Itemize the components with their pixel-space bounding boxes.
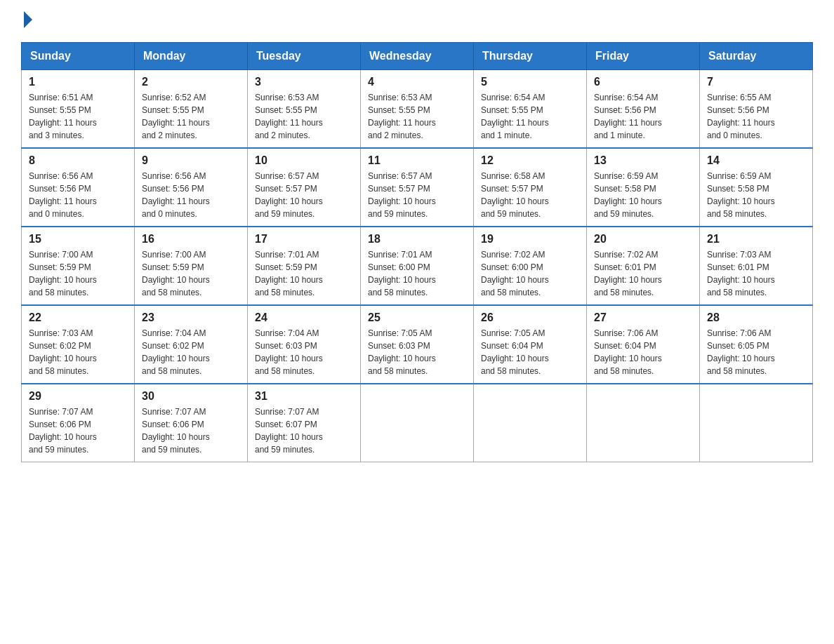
calendar-cell: 11Sunrise: 6:57 AMSunset: 5:57 PMDayligh… (361, 148, 474, 227)
calendar-cell: 19Sunrise: 7:02 AMSunset: 6:00 PMDayligh… (474, 227, 587, 305)
day-number: 25 (368, 311, 466, 324)
day-info: Sunrise: 6:58 AMSunset: 5:57 PMDaylight:… (481, 170, 579, 220)
calendar-cell: 20Sunrise: 7:02 AMSunset: 6:01 PMDayligh… (587, 227, 700, 305)
calendar-week-row: 22Sunrise: 7:03 AMSunset: 6:02 PMDayligh… (22, 305, 813, 384)
calendar-cell: 5Sunrise: 6:54 AMSunset: 5:55 PMDaylight… (474, 70, 587, 149)
day-info: Sunrise: 6:54 AMSunset: 5:55 PMDaylight:… (481, 91, 579, 142)
day-number: 26 (481, 311, 579, 324)
logo (21, 14, 32, 28)
day-number: 2 (142, 76, 240, 88)
calendar-header-thursday: Thursday (474, 43, 587, 70)
day-number: 15 (29, 233, 127, 246)
calendar-cell: 22Sunrise: 7:03 AMSunset: 6:02 PMDayligh… (22, 305, 135, 384)
day-info: Sunrise: 6:52 AMSunset: 5:55 PMDaylight:… (142, 91, 240, 142)
day-info: Sunrise: 6:56 AMSunset: 5:56 PMDaylight:… (142, 170, 240, 220)
calendar-cell: 24Sunrise: 7:04 AMSunset: 6:03 PMDayligh… (248, 305, 361, 384)
calendar-cell: 1Sunrise: 6:51 AMSunset: 5:55 PMDaylight… (22, 70, 135, 149)
calendar-week-row: 15Sunrise: 7:00 AMSunset: 5:59 PMDayligh… (22, 227, 813, 305)
day-number: 28 (707, 311, 805, 324)
day-number: 17 (255, 233, 353, 246)
calendar-week-row: 1Sunrise: 6:51 AMSunset: 5:55 PMDaylight… (22, 70, 813, 149)
day-number: 7 (707, 76, 805, 88)
day-number: 5 (481, 76, 579, 88)
calendar-cell: 10Sunrise: 6:57 AMSunset: 5:57 PMDayligh… (248, 148, 361, 227)
calendar-cell: 27Sunrise: 7:06 AMSunset: 6:04 PMDayligh… (587, 305, 700, 384)
day-info: Sunrise: 6:57 AMSunset: 5:57 PMDaylight:… (368, 170, 466, 220)
day-info: Sunrise: 6:59 AMSunset: 5:58 PMDaylight:… (594, 170, 692, 220)
calendar-cell: 2Sunrise: 6:52 AMSunset: 5:55 PMDaylight… (135, 70, 248, 149)
day-number: 8 (29, 154, 127, 167)
calendar-week-row: 8Sunrise: 6:56 AMSunset: 5:56 PMDaylight… (22, 148, 813, 227)
day-info: Sunrise: 6:57 AMSunset: 5:57 PMDaylight:… (255, 170, 353, 220)
logo-arrow-icon (24, 11, 32, 28)
calendar-cell: 4Sunrise: 6:53 AMSunset: 5:55 PMDaylight… (361, 70, 474, 149)
day-info: Sunrise: 6:53 AMSunset: 5:55 PMDaylight:… (368, 91, 466, 142)
day-info: Sunrise: 6:51 AMSunset: 5:55 PMDaylight:… (29, 91, 127, 142)
calendar-header-monday: Monday (135, 43, 248, 70)
day-number: 12 (481, 154, 579, 167)
calendar-cell: 16Sunrise: 7:00 AMSunset: 5:59 PMDayligh… (135, 227, 248, 305)
day-info: Sunrise: 7:05 AMSunset: 6:04 PMDaylight:… (481, 327, 579, 377)
day-info: Sunrise: 7:05 AMSunset: 6:03 PMDaylight:… (368, 327, 466, 377)
day-number: 10 (255, 154, 353, 167)
calendar-header-sunday: Sunday (22, 43, 135, 70)
calendar-header-row: SundayMondayTuesdayWednesdayThursdayFrid… (22, 43, 813, 70)
calendar-cell: 23Sunrise: 7:04 AMSunset: 6:02 PMDayligh… (135, 305, 248, 384)
day-info: Sunrise: 7:02 AMSunset: 6:01 PMDaylight:… (594, 248, 692, 299)
day-info: Sunrise: 6:59 AMSunset: 5:58 PMDaylight:… (707, 170, 805, 220)
calendar-cell: 28Sunrise: 7:06 AMSunset: 6:05 PMDayligh… (700, 305, 813, 384)
day-number: 22 (29, 311, 127, 324)
calendar-cell: 17Sunrise: 7:01 AMSunset: 5:59 PMDayligh… (248, 227, 361, 305)
calendar-table: SundayMondayTuesdayWednesdayThursdayFrid… (21, 42, 813, 462)
calendar-cell: 13Sunrise: 6:59 AMSunset: 5:58 PMDayligh… (587, 148, 700, 227)
calendar-cell: 7Sunrise: 6:55 AMSunset: 5:56 PMDaylight… (700, 70, 813, 149)
day-number: 31 (255, 390, 353, 403)
day-info: Sunrise: 7:04 AMSunset: 6:03 PMDaylight:… (255, 327, 353, 377)
day-number: 3 (255, 76, 353, 88)
calendar-cell: 26Sunrise: 7:05 AMSunset: 6:04 PMDayligh… (474, 305, 587, 384)
day-info: Sunrise: 7:00 AMSunset: 5:59 PMDaylight:… (29, 248, 127, 299)
day-number: 4 (368, 76, 466, 88)
day-info: Sunrise: 6:53 AMSunset: 5:55 PMDaylight:… (255, 91, 353, 142)
day-number: 29 (29, 390, 127, 403)
calendar-cell: 3Sunrise: 6:53 AMSunset: 5:55 PMDaylight… (248, 70, 361, 149)
day-number: 30 (142, 390, 240, 403)
calendar-cell: 29Sunrise: 7:07 AMSunset: 6:06 PMDayligh… (22, 384, 135, 462)
day-number: 16 (142, 233, 240, 246)
calendar-cell (700, 384, 813, 462)
day-number: 14 (707, 154, 805, 167)
day-number: 27 (594, 311, 692, 324)
day-number: 19 (481, 233, 579, 246)
calendar-cell: 14Sunrise: 6:59 AMSunset: 5:58 PMDayligh… (700, 148, 813, 227)
calendar-cell (474, 384, 587, 462)
calendar-cell: 15Sunrise: 7:00 AMSunset: 5:59 PMDayligh… (22, 227, 135, 305)
day-number: 9 (142, 154, 240, 167)
day-number: 23 (142, 311, 240, 324)
day-number: 20 (594, 233, 692, 246)
calendar-cell: 25Sunrise: 7:05 AMSunset: 6:03 PMDayligh… (361, 305, 474, 384)
day-info: Sunrise: 7:07 AMSunset: 6:06 PMDaylight:… (29, 405, 127, 456)
calendar-header-friday: Friday (587, 43, 700, 70)
day-info: Sunrise: 7:00 AMSunset: 5:59 PMDaylight:… (142, 248, 240, 299)
calendar-cell: 31Sunrise: 7:07 AMSunset: 6:07 PMDayligh… (248, 384, 361, 462)
calendar-header-tuesday: Tuesday (248, 43, 361, 70)
calendar-cell: 21Sunrise: 7:03 AMSunset: 6:01 PMDayligh… (700, 227, 813, 305)
calendar-cell: 30Sunrise: 7:07 AMSunset: 6:06 PMDayligh… (135, 384, 248, 462)
day-info: Sunrise: 7:04 AMSunset: 6:02 PMDaylight:… (142, 327, 240, 377)
day-info: Sunrise: 7:01 AMSunset: 6:00 PMDaylight:… (368, 248, 466, 299)
calendar-cell: 9Sunrise: 6:56 AMSunset: 5:56 PMDaylight… (135, 148, 248, 227)
calendar-cell: 8Sunrise: 6:56 AMSunset: 5:56 PMDaylight… (22, 148, 135, 227)
day-number: 13 (594, 154, 692, 167)
day-number: 24 (255, 311, 353, 324)
calendar-cell: 6Sunrise: 6:54 AMSunset: 5:56 PMDaylight… (587, 70, 700, 149)
day-info: Sunrise: 7:07 AMSunset: 6:07 PMDaylight:… (255, 405, 353, 456)
calendar-cell (361, 384, 474, 462)
calendar-week-row: 29Sunrise: 7:07 AMSunset: 6:06 PMDayligh… (22, 384, 813, 462)
day-number: 6 (594, 76, 692, 88)
calendar-header-wednesday: Wednesday (361, 43, 474, 70)
day-number: 21 (707, 233, 805, 246)
day-number: 18 (368, 233, 466, 246)
day-info: Sunrise: 7:01 AMSunset: 5:59 PMDaylight:… (255, 248, 353, 299)
calendar-header-saturday: Saturday (700, 43, 813, 70)
day-info: Sunrise: 6:54 AMSunset: 5:56 PMDaylight:… (594, 91, 692, 142)
